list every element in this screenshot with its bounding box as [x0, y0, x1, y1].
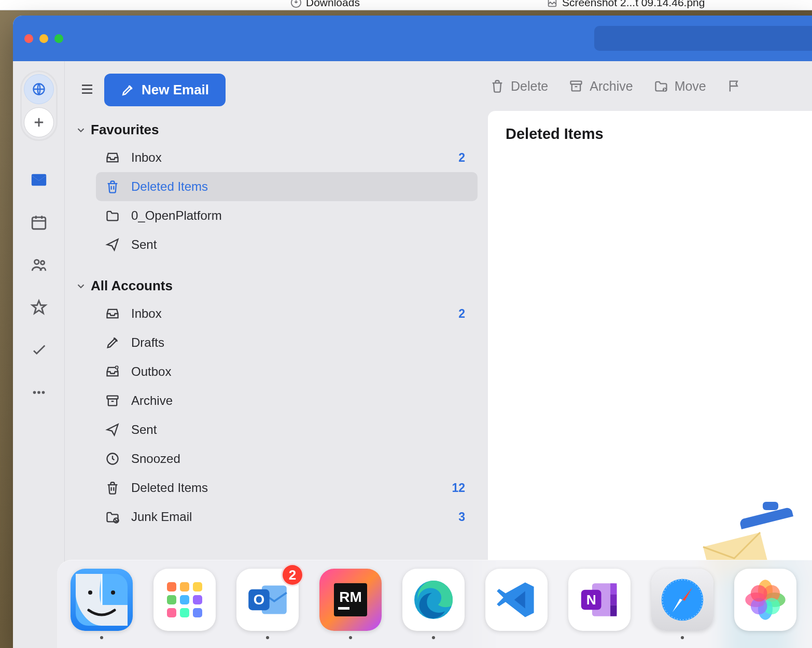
favourites-header[interactable]: Favourites — [65, 117, 485, 143]
nav-mail-icon[interactable] — [30, 171, 48, 191]
send-icon — [105, 237, 120, 252]
nav-todo-icon[interactable] — [30, 341, 48, 361]
dock-running-dot — [681, 636, 684, 639]
folder-label: Outbox — [131, 364, 465, 379]
hamburger-button[interactable] — [79, 81, 95, 99]
inbox-icon — [105, 150, 120, 165]
dock-running-dot — [266, 636, 269, 639]
dock-photos[interactable] — [734, 569, 796, 639]
folder-deleted-all[interactable]: Deleted Items 12 — [96, 473, 478, 502]
trash-icon — [105, 481, 120, 495]
chevron-down-icon — [75, 280, 87, 292]
delete-button[interactable]: Delete — [490, 79, 548, 94]
folder-count: 3 — [458, 510, 465, 524]
content-toolbar: Delete Archive Move — [485, 61, 812, 111]
move-button[interactable]: Move — [654, 79, 706, 94]
svg-rect-22 — [167, 595, 176, 604]
svg-point-7 — [37, 391, 40, 394]
delete-label: Delete — [511, 79, 548, 94]
archive-label: Archive — [590, 79, 633, 94]
folder-deleted-items[interactable]: Deleted Items — [96, 172, 478, 201]
folder-inbox[interactable]: Inbox 2 — [96, 143, 478, 172]
account-stack — [20, 71, 58, 141]
folder-count: 2 — [458, 151, 465, 165]
junk-icon — [105, 510, 120, 524]
svg-rect-21 — [193, 582, 202, 591]
folder-sent[interactable]: Sent — [96, 415, 478, 444]
svg-rect-36 — [610, 583, 617, 594]
outbox-icon — [105, 364, 120, 379]
folder-archive[interactable]: Archive — [96, 386, 478, 415]
dock-running-dot — [349, 636, 352, 639]
svg-rect-13 — [571, 81, 582, 84]
dock-safari[interactable] — [651, 569, 713, 639]
account-rail — [13, 61, 65, 648]
desktop-file-label: Downloads — [306, 0, 360, 9]
chevron-down-icon — [75, 124, 87, 136]
nav-calendar-icon[interactable] — [30, 214, 48, 233]
move-icon — [654, 79, 668, 93]
clock-icon — [105, 452, 120, 466]
svg-text:RM: RM — [339, 589, 362, 605]
folder-label: Sent — [131, 422, 465, 437]
desktop-file-screenshot[interactable]: Screenshot 2...t 09.14.46.png — [547, 0, 705, 9]
trash-icon — [490, 79, 505, 93]
svg-rect-27 — [193, 608, 202, 617]
dock-finder[interactable] — [71, 569, 133, 639]
drafts-icon — [105, 335, 120, 350]
svg-point-17 — [88, 590, 92, 595]
folder-sent-fav[interactable]: Sent — [96, 230, 478, 259]
dock-vscode[interactable] — [485, 569, 548, 639]
folder-label: Sent — [131, 237, 465, 252]
svg-rect-26 — [180, 608, 189, 617]
nav-star-icon[interactable] — [30, 299, 48, 318]
trash-icon — [105, 179, 120, 194]
folder-label: Inbox — [131, 306, 458, 321]
svg-point-4 — [34, 260, 39, 264]
svg-rect-38 — [610, 605, 617, 616]
svg-rect-37 — [610, 594, 617, 605]
nav-more-icon[interactable] — [30, 384, 48, 403]
folder-inbox-all[interactable]: Inbox 2 — [96, 299, 478, 328]
move-label: Move — [675, 79, 706, 94]
svg-rect-10 — [107, 396, 118, 399]
dock-onenote[interactable]: N — [568, 569, 631, 639]
folder-snoozed[interactable]: Snoozed — [96, 444, 478, 473]
svg-text:O: O — [254, 591, 264, 608]
svg-point-6 — [33, 391, 36, 394]
dock-rubymine[interactable]: RM — [319, 569, 382, 639]
close-window-button[interactable] — [24, 34, 33, 43]
dock-outlook[interactable]: O 2 — [236, 569, 299, 639]
traffic-lights — [24, 34, 63, 43]
account-globe-button[interactable] — [24, 74, 54, 104]
new-email-button[interactable]: New Email — [104, 74, 226, 106]
folder-junk[interactable]: Junk Email 3 — [96, 502, 478, 531]
folder-label: Deleted Items — [131, 481, 452, 495]
svg-rect-19 — [167, 582, 176, 591]
titlebar-search-stub[interactable] — [594, 26, 812, 51]
folder-label: 0_OpenPlatform — [131, 208, 465, 223]
titlebar — [13, 16, 812, 61]
archive-button[interactable]: Archive — [569, 79, 633, 94]
nav-people-icon[interactable] — [30, 256, 48, 276]
maximize-window-button[interactable] — [54, 34, 63, 43]
folder-label: Drafts — [131, 335, 465, 350]
folder-outbox[interactable]: Outbox — [96, 357, 478, 386]
inbox-icon — [105, 306, 120, 321]
flag-button[interactable] — [727, 79, 741, 93]
folder-label: Junk Email — [131, 510, 458, 524]
add-account-button[interactable] — [24, 107, 54, 137]
archive-icon — [569, 79, 583, 93]
folder-drafts[interactable]: Drafts — [96, 328, 478, 357]
svg-rect-20 — [180, 582, 189, 591]
favourites-title: Favourites — [91, 122, 159, 138]
dock-launchpad[interactable] — [153, 569, 216, 639]
minimize-window-button[interactable] — [39, 34, 48, 43]
all-accounts-header[interactable]: All Accounts — [65, 273, 485, 299]
svg-rect-15 — [763, 502, 778, 510]
folder-openplatform[interactable]: 0_OpenPlatform — [96, 201, 478, 230]
folder-icon — [105, 208, 120, 223]
dock-edge[interactable] — [402, 569, 465, 639]
dock: O 2 RM N — [57, 560, 812, 648]
desktop-file-downloads[interactable]: Downloads — [290, 0, 360, 9]
